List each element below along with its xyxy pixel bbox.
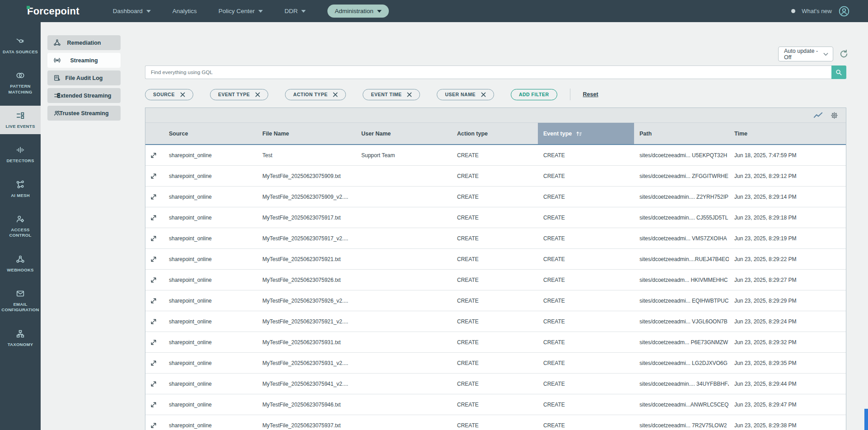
refresh-button[interactable] (839, 49, 849, 59)
filter-chip-event-type[interactable]: EVENT TYPE (210, 89, 268, 100)
expand-row-button[interactable] (145, 152, 163, 159)
sidebar-item-ai-mesh[interactable]: AI MESH (0, 175, 41, 203)
header-user-name[interactable]: User Name (356, 131, 452, 137)
expand-row-button[interactable] (145, 401, 163, 408)
cell-action-type: CREATE (452, 256, 538, 262)
cell-action-type: CREATE (452, 194, 538, 200)
divider (570, 89, 570, 100)
expand-row-button[interactable] (145, 256, 163, 263)
expand-row-button[interactable] (145, 318, 163, 325)
nav-administration[interactable]: Administration (327, 5, 389, 18)
cell-source: sharepoint_online (163, 152, 257, 159)
table-row: sharepoint_online MyTestFile_20250623075… (145, 311, 846, 332)
sidebar-item-pattern-matching[interactable]: PATTERN MATCHING (0, 65, 41, 100)
update-controls: Auto update - Off (778, 47, 849, 61)
submenu-trustee-streaming[interactable]: Trustee Streaming (47, 106, 121, 121)
header-action-type[interactable]: Action type (452, 131, 538, 137)
table-row: sharepoint_online MyTestFile_20250623075… (145, 249, 846, 270)
filter-chip-action-type[interactable]: ACTION TYPE (285, 89, 346, 100)
cell-time: Jun 23, 2025, 8:29:29 PM (729, 298, 846, 304)
trustee-streaming-icon (53, 109, 61, 117)
sidebar-item-email-configuration[interactable]: EMAIL CONFIGURATION (0, 284, 41, 318)
sidebar-item-detectors[interactable]: DETECTORS (0, 140, 41, 168)
expand-row-button[interactable] (145, 276, 163, 284)
trend-chart-button[interactable] (813, 112, 823, 119)
pattern-matching-icon (15, 70, 25, 80)
search-button[interactable] (831, 65, 846, 79)
expand-icon (150, 256, 157, 263)
extended-streaming-icon (53, 92, 61, 99)
expand-row-button[interactable] (145, 380, 163, 388)
cell-event-type: CREATE (538, 277, 634, 283)
nav-policy-center[interactable]: Policy Center (219, 8, 263, 14)
notification-dot (791, 9, 795, 13)
expand-row-button[interactable] (145, 422, 163, 429)
expand-row-button[interactable] (145, 360, 163, 367)
expand-icon (150, 235, 157, 242)
expand-row-button[interactable] (145, 297, 163, 304)
reset-filters-link[interactable]: Reset (583, 91, 598, 98)
add-filter-button[interactable]: ADD FILTER (511, 89, 557, 100)
filter-chip-user-name[interactable]: USER NAME (437, 89, 494, 100)
cell-event-type: CREATE (538, 298, 634, 304)
cell-path: sites/dcoetzeeadmi... LG2DJXVO6G (634, 360, 729, 366)
filter-chip-source[interactable]: SOURCE (145, 89, 193, 100)
sidebar-item-taxonomy[interactable]: TAXONOMY (0, 324, 41, 352)
header-path[interactable]: Path (634, 131, 729, 137)
auto-update-select[interactable]: Auto update - Off (778, 47, 833, 61)
table-row: sharepoint_online MyTestFile_20250623075… (145, 394, 846, 415)
file-audit-log-icon (53, 74, 61, 82)
submenu-remediation[interactable]: Remediation (47, 35, 121, 50)
cell-action-type: CREATE (452, 339, 538, 346)
cell-path: sites/dcoetzeeadmi... 7R2V75LOW2 (634, 422, 729, 429)
close-icon[interactable] (407, 92, 412, 97)
header-event-type[interactable]: Event type (538, 123, 634, 144)
header-source[interactable]: Source (163, 131, 257, 137)
search-bar (145, 65, 846, 79)
header-time[interactable]: Time (729, 131, 846, 137)
brand-accent-square (27, 6, 30, 9)
remediation-icon (53, 39, 61, 47)
forcepoint-logo[interactable]: Forcepoint (27, 5, 79, 17)
cell-action-type: CREATE (452, 152, 538, 159)
whats-new-link[interactable]: What's new (802, 8, 832, 14)
expand-row-button[interactable] (145, 173, 163, 180)
expand-row-button[interactable] (145, 214, 163, 221)
close-icon[interactable] (255, 92, 260, 97)
table-settings-gear-button[interactable] (830, 111, 839, 120)
sidebar-item-webhooks[interactable]: WEBHOOKS (0, 249, 41, 278)
expand-row-button[interactable] (145, 235, 163, 242)
chevron-down-icon (258, 10, 263, 13)
cell-file-name: MyTestFile_20250623075917.txt (257, 215, 356, 221)
submenu-extended-streaming[interactable]: Extended Streaming (47, 88, 121, 103)
expand-row-button[interactable] (145, 339, 163, 346)
nav-dashboard[interactable]: Dashboard (113, 8, 151, 14)
expand-icon (150, 193, 157, 201)
search-input[interactable] (145, 65, 831, 79)
filter-chip-event-time[interactable]: EVENT TIME (363, 89, 420, 100)
sidebar-item-live-events[interactable]: LIVE EVENTS (0, 106, 41, 134)
expand-row-button[interactable] (145, 193, 163, 201)
nav-ddr[interactable]: DDR (285, 8, 306, 14)
cell-action-type: CREATE (452, 235, 538, 242)
sidebar-item-data-sources[interactable]: DATA SOURCES (0, 31, 41, 60)
cell-action-type: CREATE (452, 402, 538, 408)
cell-source: sharepoint_online (163, 173, 257, 179)
submenu-streaming[interactable]: Streaming (47, 53, 121, 68)
table-row: sharepoint_online MyTestFile_20250623075… (145, 353, 846, 374)
nav-analytics[interactable]: Analytics (173, 8, 197, 14)
webhooks-icon (15, 254, 25, 264)
cell-action-type: CREATE (452, 360, 538, 366)
submenu-file-audit-log[interactable]: File Audit Log (47, 70, 121, 85)
close-icon[interactable] (180, 92, 185, 97)
cell-source: sharepoint_online (163, 318, 257, 325)
cell-time: Jun 18, 2025, 7:47:59 PM (729, 152, 846, 159)
user-avatar-icon[interactable] (838, 5, 850, 17)
ai-mesh-icon (15, 180, 25, 190)
cell-action-type: CREATE (452, 318, 538, 325)
sidebar-item-access-control[interactable]: ACCESS CONTROL (0, 209, 41, 243)
close-icon[interactable] (481, 92, 486, 97)
header-file-name[interactable]: File Name (257, 131, 356, 137)
close-icon[interactable] (333, 92, 338, 97)
page-scrollbar-thumb[interactable] (864, 409, 868, 430)
